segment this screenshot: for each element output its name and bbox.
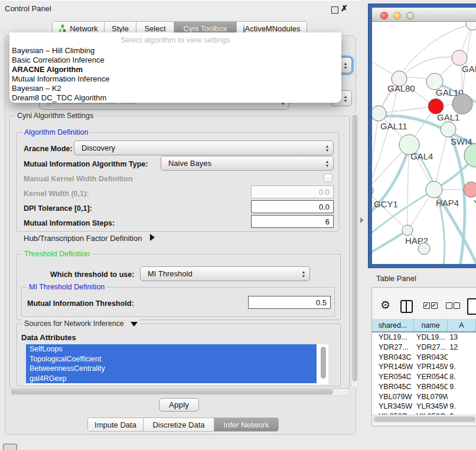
gear-icon[interactable]: ⚙ — [380, 298, 390, 311]
network-node-swi4[interactable] — [441, 122, 456, 137]
splitter-handle[interactable] — [360, 217, 364, 223]
network-node[interactable] — [452, 94, 472, 114]
kernel-width-field[interactable]: 0.0 — [251, 185, 334, 198]
scrollbar-thumb[interactable] — [374, 416, 475, 422]
table-body: YDL19...YDL19...13YDR27...YDR27...12YBR0… — [372, 332, 476, 415]
stepper-icon: ▲▼ — [298, 270, 309, 278]
list-scrollbar-thumb[interactable] — [321, 347, 326, 379]
zoom-traffic-light[interactable] — [406, 12, 414, 19]
dpi-tolerance-value: 0.0 — [319, 203, 330, 211]
column-header-3[interactable]: A — [448, 319, 476, 331]
attribute-item[interactable]: SelfLoops — [26, 344, 317, 354]
aracne-mode-combo[interactable]: Discovery ▲▼ — [74, 141, 334, 155]
network-node-gal11[interactable] — [372, 106, 386, 121]
stepper-icon: ▲▼ — [321, 144, 333, 152]
manual-kernel-checkbox[interactable] — [324, 174, 332, 182]
settings-horizontal-scrollbar[interactable] — [8, 388, 350, 396]
column-header-1[interactable]: shared... — [372, 319, 414, 331]
tab-label: Select — [144, 24, 165, 33]
settings-vertical-scrollbar[interactable] — [351, 112, 358, 388]
table-cell: YBR043C — [415, 353, 448, 363]
float-panel-button[interactable] — [331, 6, 338, 14]
bottom-tab-infer-network[interactable]: Infer Network — [214, 418, 278, 431]
hub-expander[interactable]: Hub/Transcription Factor Definition — [24, 234, 155, 243]
scrollbar-thumb[interactable] — [11, 389, 333, 394]
group-title: Algorithm Definition — [22, 128, 90, 136]
dropdown-item[interactable]: Mutual Information Inference — [9, 74, 341, 84]
table-row[interactable]: YBR045CYBR045C9. — [372, 382, 476, 392]
table-cell: YLR345W — [372, 402, 415, 412]
dropdown-item[interactable]: Bayesian – K2 — [9, 84, 341, 93]
attribute-item[interactable]: TopologicalCoefficient — [26, 354, 317, 364]
network-icon — [58, 24, 66, 32]
dropdown-item[interactable]: Bayesian – Hill Climbing — [9, 46, 341, 56]
tab-label: Network — [70, 24, 98, 33]
attribute-item[interactable]: BetweennessCentrality — [26, 364, 317, 374]
network-node[interactable] — [418, 243, 430, 255]
mi-type-combo[interactable]: Naive Bayes ▲▼ — [161, 156, 334, 171]
tab-label: Style — [112, 24, 129, 33]
table-row[interactable]: YER054CYER054C8. — [372, 372, 476, 382]
mi-steps-field[interactable]: 6 — [251, 215, 334, 228]
table-cell: YER054C — [372, 372, 415, 382]
network-graph: GALGAL80GAL10GAL1GAL11SWI4GAL4GCY1HAP4YH… — [372, 22, 476, 264]
attribute-item[interactable]: gal4RGexp — [26, 374, 317, 384]
bottom-tab-impute-data[interactable]: Impute Data — [88, 418, 144, 431]
attribute-list[interactable]: SelfLoopsTopologicalCoefficientBetweenne… — [26, 344, 328, 384]
select-all-icon[interactable]: ✓ ✓ — [423, 302, 438, 309]
table-row[interactable]: YPR145WYPR145W9. — [372, 362, 476, 372]
data-attributes-label: Data Attributes — [21, 333, 76, 342]
which-threshold-combo[interactable]: MI Threshold ▲▼ — [140, 266, 310, 281]
tab-label: Infer Network — [223, 420, 269, 429]
dpi-tolerance-field[interactable]: 0.0 — [251, 200, 334, 213]
scrollbar-thumb[interactable] — [352, 115, 357, 381]
apply-button[interactable]: Apply — [159, 398, 199, 412]
table-cell: YBL079W — [372, 392, 415, 402]
table-cell: YLR345W — [415, 402, 448, 412]
mi-threshold-field[interactable]: 0.5 — [248, 296, 331, 309]
mi-threshold-value: 0.5 — [316, 298, 327, 307]
network-node-hap4[interactable] — [426, 181, 442, 198]
dropdown-item[interactable]: Dream8 DC_TDC Algorithm — [9, 93, 341, 103]
table-cell: YPR145W — [415, 362, 448, 372]
collapsed-panel-icon[interactable] — [3, 444, 17, 450]
dropdown-item[interactable]: Basic Correlation Inference — [9, 56, 341, 65]
table-horizontal-scrollbar[interactable] — [373, 415, 476, 423]
group-title: MI Threshold Definition — [27, 283, 107, 291]
network-node[interactable] — [464, 144, 476, 167]
table-cell: YDL19... — [415, 332, 448, 343]
network-node-y[interactable] — [464, 182, 476, 197]
algorithm-dropdown-popup: Select algorithm to view settings Bayesi… — [9, 32, 341, 103]
collapse-arrow-icon[interactable] — [131, 322, 138, 327]
deselect-all-icon[interactable] — [446, 302, 460, 309]
table-row[interactable]: YBL079WYBL079W — [372, 392, 476, 402]
node-label: GAL80 — [387, 83, 415, 93]
table-row[interactable]: YDL19...YDL19...13 — [372, 332, 476, 343]
which-threshold-label: Which threshold to use: — [50, 270, 134, 279]
network-node-gcy1[interactable] — [372, 184, 373, 197]
columns-icon[interactable] — [400, 300, 413, 313]
close-traffic-light[interactable] — [380, 12, 388, 19]
table-row[interactable]: YBR043CYBR043C — [372, 353, 476, 363]
node-label: GCY1 — [374, 199, 398, 209]
network-canvas[interactable]: GALGAL80GAL10GAL1GAL11SWI4GAL4GCY1HAP4YH… — [372, 22, 476, 264]
close-panel-button[interactable]: ✗ — [341, 4, 348, 13]
network-edge — [379, 106, 436, 113]
table-cell: YBR045C — [372, 382, 415, 392]
table-row[interactable]: YLR345WYLR345W9. — [372, 402, 476, 412]
column-header-2[interactable]: name — [414, 319, 448, 331]
dropdown-item-list: Bayesian – Hill ClimbingBasic Correlatio… — [9, 46, 341, 103]
dropdown-item[interactable]: ARACNE Algorithm — [9, 65, 341, 74]
tab-label: Impute Data — [94, 420, 136, 429]
columns-icon-divider — [406, 301, 407, 312]
network-node-hap2[interactable] — [402, 225, 413, 236]
minimize-traffic-light[interactable] — [393, 12, 401, 19]
mi-steps-label: Mutual Information Steps: — [24, 219, 115, 227]
table-row[interactable]: YDR27...YDR27...12 — [372, 343, 476, 353]
bottom-tab-discretize-data[interactable]: Discretize Data — [144, 418, 214, 431]
table-header: shared...nameA — [372, 319, 476, 332]
network-edge — [434, 129, 448, 190]
network-window-titlebar[interactable] — [372, 8, 476, 22]
network-node[interactable] — [466, 22, 476, 30]
document-icon[interactable] — [467, 298, 476, 315]
